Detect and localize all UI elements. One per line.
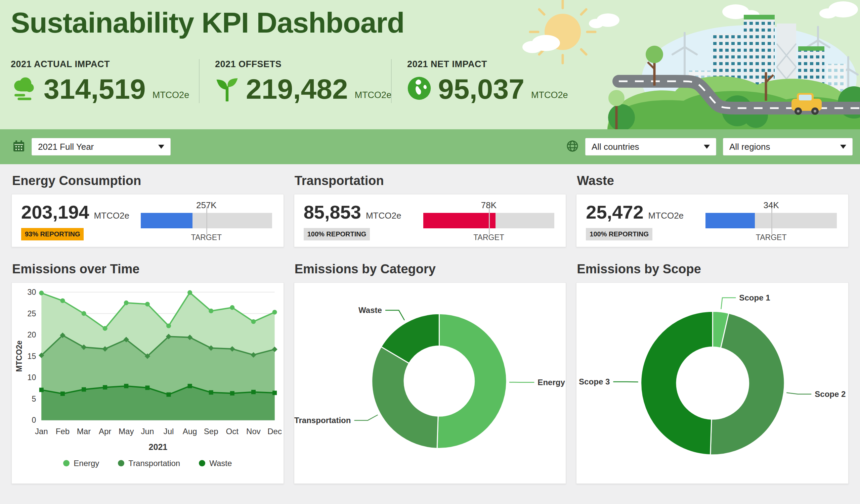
kpi-unit: MTCO2e [153, 90, 189, 100]
bullet-track[interactable]: 78K TARGET [423, 213, 555, 228]
svg-text:2021: 2021 [149, 442, 168, 451]
svg-text:Feb: Feb [56, 427, 70, 436]
svg-text:Jun: Jun [141, 427, 154, 436]
card-value: 203,194 [21, 201, 89, 223]
section-emissions-by-scope: Emissions by Scope Scope 1Scope 2Scope 3 [576, 262, 849, 484]
kpi-label: 2021 NET IMPACT [407, 59, 579, 70]
page-title: Sustainability KPI Dashboard [11, 6, 404, 39]
kpi-unit: MTCO2e [531, 90, 568, 100]
svg-text:May: May [118, 427, 134, 436]
emissions-over-time-card: 051015202530JanFebMarAprMayJunJulAugSepO… [11, 282, 284, 484]
charts-row: Emissions over Time 051015202530JanFebMa… [11, 262, 849, 484]
svg-text:Transportation: Transportation [294, 416, 351, 425]
kpi-label: 2021 OFFSETS [215, 59, 391, 70]
content: Energy Consumption 203,194 MTCO2e 93% RE… [0, 164, 860, 484]
svg-text:MTCO2e: MTCO2e [15, 340, 24, 372]
bullet-chart: 257K TARGET [141, 200, 274, 241]
transportation-kpi-card: 85,853 MTCO2e 100% REPORTING 78K TARGET [294, 194, 567, 247]
kpi-value: 314,519 [44, 75, 146, 103]
svg-text:Jan: Jan [35, 427, 48, 436]
section-energy-consumption: Energy Consumption 203,194 MTCO2e 93% RE… [11, 174, 284, 247]
dashboard-page: Sustainability KPI Dashboard 2021 ACTUAL… [0, 0, 860, 504]
waste-kpi-card: 25,472 MTCO2e 100% REPORTING 34K TARGET [576, 194, 849, 247]
emissions-by-category-card: EnergyTransportationWaste [294, 282, 567, 484]
legend-item-energy[interactable]: Energy [63, 459, 99, 468]
kpi-cards-row: Energy Consumption 203,194 MTCO2e 93% RE… [11, 174, 849, 247]
svg-text:Energy: Energy [538, 378, 565, 387]
bullet-fill [423, 213, 496, 228]
svg-text:Scope 1: Scope 1 [740, 293, 770, 302]
kpi-actual-impact: 2021 ACTUAL IMPACT 314,519 MTCO2e [11, 59, 199, 103]
bullet-chart: 78K TARGET [423, 200, 557, 241]
legend-dot [63, 460, 70, 466]
energy-kpi-card: 203,194 MTCO2e 93% REPORTING 257K TARGET [11, 194, 284, 247]
header: Sustainability KPI Dashboard 2021 ACTUAL… [0, 0, 860, 129]
globe-filter-icon [567, 140, 578, 153]
svg-text:Aug: Aug [183, 427, 197, 436]
filter-bar: 2021 Full Year All countries All regions [0, 129, 860, 164]
header-kpi-row: 2021 ACTUAL IMPACT 314,519 MTCO2e [11, 59, 579, 103]
calendar-icon [13, 140, 25, 153]
chevron-down-icon [158, 145, 164, 149]
legend-label: Transportation [128, 459, 180, 468]
legend-item-transportation[interactable]: Transportation [118, 459, 180, 468]
svg-text:20: 20 [28, 330, 36, 339]
target-caption: TARGET [191, 233, 222, 242]
kpi-unit: MTCO2e [355, 90, 392, 100]
section-title: Transportation [295, 174, 567, 188]
svg-text:Dec: Dec [268, 427, 282, 436]
legend-dot [118, 460, 124, 466]
reporting-badge: 100% REPORTING [586, 228, 653, 240]
country-select-value: All countries [591, 142, 639, 152]
globe-icon [407, 76, 431, 102]
target-value-label: 78K [481, 200, 497, 210]
svg-text:25: 25 [28, 309, 36, 318]
reporting-badge: 100% REPORTING [304, 228, 370, 240]
card-unit: MTCO2e [366, 210, 401, 221]
svg-text:30: 30 [28, 288, 36, 296]
period-select[interactable]: 2021 Full Year [32, 138, 171, 155]
legend-dot [199, 460, 205, 466]
target-tick [771, 207, 772, 234]
target-tick [489, 207, 490, 234]
chevron-down-icon [704, 145, 710, 149]
svg-text:Jul: Jul [163, 427, 174, 436]
region-select[interactable]: All regions [723, 138, 852, 155]
section-transportation: Transportation 85,853 MTCO2e 100% REPORT… [294, 174, 567, 247]
section-title: Waste [577, 174, 849, 188]
reporting-badge: 93% REPORTING [21, 228, 84, 240]
svg-text:Waste: Waste [358, 306, 382, 315]
tree-icon [11, 75, 37, 103]
bullet-track[interactable]: 34K TARGET [705, 213, 837, 228]
svg-text:Mar: Mar [77, 427, 91, 436]
sprout-icon [215, 75, 239, 103]
svg-text:10: 10 [28, 373, 36, 382]
legend-item-waste[interactable]: Waste [199, 459, 232, 468]
emissions-by-scope-card: Scope 1Scope 2Scope 3 [576, 282, 849, 484]
section-title: Emissions by Scope [577, 262, 849, 276]
svg-text:15: 15 [28, 352, 36, 361]
svg-text:Nov: Nov [246, 427, 261, 436]
kpi-net-impact: 2021 NET IMPACT 95,037 MTCO2e [391, 59, 579, 103]
emissions-over-time-chart[interactable]: 051015202530JanFebMarAprMayJunJulAugSepO… [12, 283, 284, 458]
kpi-value: 219,482 [246, 75, 348, 103]
section-title: Emissions over Time [12, 262, 284, 276]
bullet-fill [141, 213, 192, 228]
chart-legend: Energy Transportation Waste [12, 459, 284, 468]
country-select[interactable]: All countries [585, 138, 716, 155]
period-select-value: 2021 Full Year [38, 142, 94, 152]
bullet-chart: 34K TARGET [705, 200, 839, 241]
kpi-value: 95,037 [438, 75, 525, 103]
svg-text:Oct: Oct [226, 427, 239, 436]
region-select-value: All regions [729, 142, 770, 152]
section-title: Energy Consumption [12, 174, 284, 188]
target-caption: TARGET [756, 233, 787, 242]
bullet-track[interactable]: 257K TARGET [141, 213, 272, 228]
legend-label: Waste [209, 459, 232, 468]
emissions-by-scope-chart[interactable]: Scope 1Scope 2Scope 3 [576, 283, 848, 484]
card-value: 25,472 [586, 201, 643, 223]
target-value-label: 257K [196, 200, 217, 210]
kpi-label: 2021 ACTUAL IMPACT [11, 59, 199, 70]
emissions-by-category-chart[interactable]: EnergyTransportationWaste [294, 283, 566, 484]
target-value-label: 34K [763, 200, 779, 210]
